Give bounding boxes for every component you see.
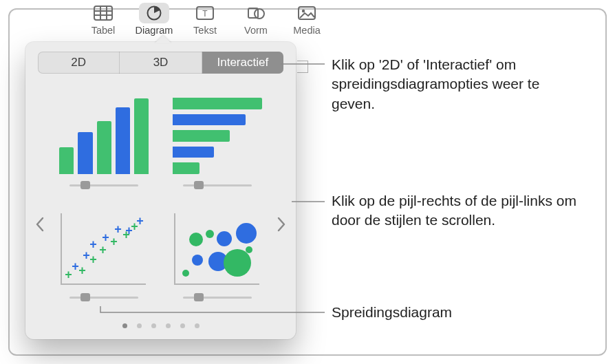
svg-point-9 <box>255 9 264 19</box>
slider-icon <box>183 293 252 301</box>
toolbar-label: Diagram <box>136 25 173 36</box>
chart-type-scatter[interactable]: + + + + + + + + + + + + + + <box>56 203 152 302</box>
chart-type-bubble[interactable] <box>170 203 266 302</box>
toolbar-label: Tabel <box>91 25 116 36</box>
callout-scatter-label: Spreidingsdiagram <box>332 303 579 322</box>
page-indicator[interactable] <box>25 323 296 328</box>
tab-2d[interactable]: 2D <box>38 52 120 74</box>
toolbar-label: Tekst <box>193 25 217 36</box>
page-dot[interactable] <box>151 323 156 328</box>
page-dot[interactable] <box>166 323 171 328</box>
chart-type-column[interactable] <box>56 90 152 189</box>
image-icon <box>297 5 316 21</box>
page-dot[interactable] <box>195 323 199 328</box>
column-chart-preview <box>59 98 149 174</box>
insert-toolbar: Tabel Diagram T Tekst Vorm Media <box>83 0 327 36</box>
slider-icon <box>183 181 252 189</box>
toolbar-label: Vorm <box>244 25 268 36</box>
textbox-icon: T <box>195 5 215 21</box>
toolbar-table[interactable]: Tabel <box>83 0 124 36</box>
tab-interactive[interactable]: Interactief <box>202 52 283 74</box>
slider-icon <box>69 293 138 301</box>
bubble-chart-preview <box>173 211 262 286</box>
shape-icon <box>246 5 266 21</box>
toolbar-text[interactable]: T Tekst <box>184 0 226 36</box>
tab-3d[interactable]: 3D <box>120 52 202 74</box>
chevron-right-icon <box>277 217 286 232</box>
next-style-arrow[interactable] <box>274 214 289 235</box>
page-dot[interactable] <box>180 323 185 328</box>
background-fragment <box>297 61 308 73</box>
slider-icon <box>69 181 138 189</box>
bar-chart-preview <box>173 98 262 174</box>
toolbar-chart[interactable]: Diagram <box>133 0 175 36</box>
callout-tabs-hint: Klik op '2D' of 'Interactief' om spreidi… <box>332 55 579 114</box>
chart-type-grid: + + + + + + + + + + + + + + <box>56 90 265 301</box>
chart-picker-popover: 2D 3D Interactief + + + + <box>25 42 296 339</box>
chart-type-bar[interactable] <box>170 90 266 189</box>
chevron-left-icon <box>35 217 45 232</box>
svg-rect-0 <box>94 6 112 20</box>
toolbar-label: Media <box>293 25 321 36</box>
piechart-icon <box>144 5 164 21</box>
svg-text:T: T <box>202 9 208 19</box>
callout-arrows-hint: Klik op de pijl-rechts of de pijl-links … <box>332 191 579 231</box>
scatter-chart-preview: + + + + + + + + + + + + + + <box>59 211 149 286</box>
toolbar-shape[interactable]: Vorm <box>235 0 277 36</box>
chart-category-tabs: 2D 3D Interactief <box>38 52 283 74</box>
prev-style-arrow[interactable] <box>32 214 47 235</box>
table-icon <box>94 5 113 21</box>
page-dot[interactable] <box>122 323 127 328</box>
svg-point-11 <box>302 10 305 12</box>
toolbar-media[interactable]: Media <box>286 0 327 36</box>
page-dot[interactable] <box>137 323 142 328</box>
